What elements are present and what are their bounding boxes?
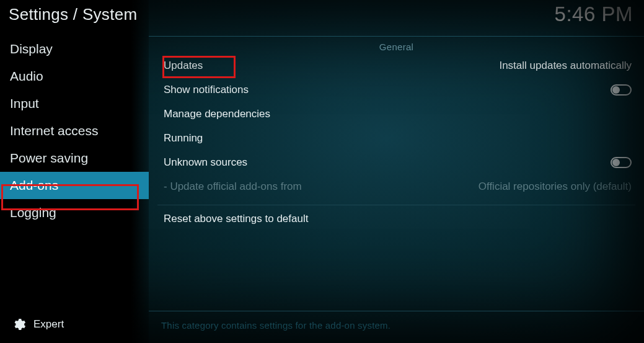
sidebar-item-input[interactable]: Input [0,90,149,117]
sidebar-items: Display Audio Input Internet access Powe… [0,35,149,310]
setting-label: Reset above settings to default [161,213,308,225]
sidebar-item-display[interactable]: Display [0,35,149,63]
setting-value: Install updates automatically [499,60,632,72]
setting-label: Updates [161,60,203,72]
sidebar-item-label: Power saving [10,151,88,165]
sidebar-item-label: Display [10,42,53,56]
toggle-off-icon[interactable] [611,157,632,168]
main-panel: 5:46 PM General Updates Install updates … [149,0,644,343]
sidebar-item-label: Internet access [10,123,98,138]
setting-manage-dependencies[interactable]: Manage dependencies [157,102,635,126]
sidebar-item-label: Input [10,96,39,110]
setting-label: Running [161,132,203,145]
settings-content: General Updates Install updates automati… [149,36,644,343]
toggle-off-icon[interactable] [611,84,632,96]
settings-rows: Updates Install updates automatically Sh… [149,53,644,229]
sidebar-item-add-ons[interactable]: Add-ons [0,172,149,199]
setting-label: Show notifications [161,84,249,96]
settings-level-label: Expert [33,318,64,331]
setting-label: Manage dependencies [161,108,270,120]
sidebar-item-audio[interactable]: Audio [0,63,149,90]
setting-show-notifications[interactable]: Show notifications [157,78,635,102]
setting-update-official-addons-from: - Update official add-ons from Official … [157,174,635,198]
help-text: This category contains settings for the … [149,311,644,343]
sidebar: Settings / System Display Audio Input In… [0,0,149,343]
setting-label: Unknown sources [161,156,247,169]
setting-updates[interactable]: Updates Install updates automatically [157,53,635,78]
sidebar-item-logging[interactable]: Logging [0,199,149,226]
setting-reset-defaults[interactable]: Reset above settings to default [157,205,635,229]
sidebar-item-label: Add-ons [10,178,58,192]
setting-label: - Update official add-ons from [161,180,302,193]
section-title: General [149,37,644,53]
gear-icon [11,317,26,332]
sidebar-item-label: Audio [10,69,43,83]
setting-running[interactable]: Running [157,126,635,150]
breadcrumb: Settings / System [0,0,149,35]
clock: 5:46 PM [555,2,633,26]
setting-unknown-sources[interactable]: Unknown sources [157,150,635,174]
sidebar-item-label: Logging [10,205,56,220]
setting-value: Official repositories only (default) [479,180,632,193]
sidebar-item-power-saving[interactable]: Power saving [0,145,149,172]
settings-level-button[interactable]: Expert [0,310,149,343]
sidebar-item-internet-access[interactable]: Internet access [0,117,149,145]
